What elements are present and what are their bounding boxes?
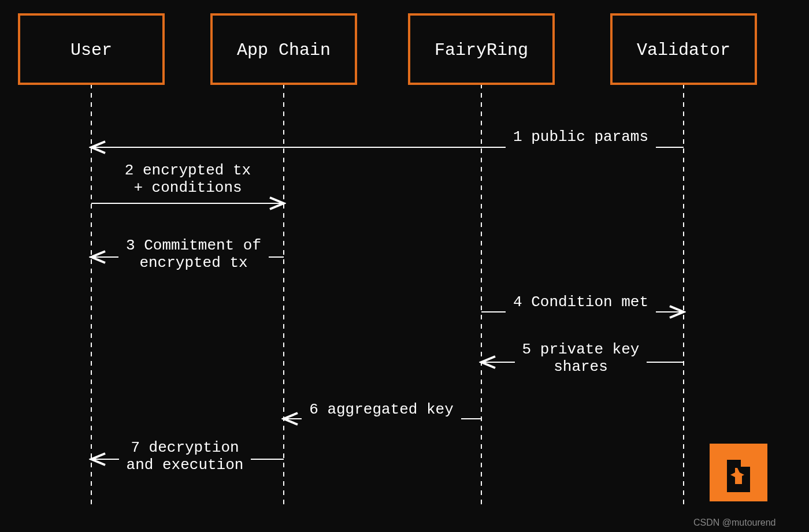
msg4-label: 4 Condition met [513,293,648,311]
actor-label-fairyring: FairyRing [435,40,528,60]
msg3-label: 3 Commitment ofencrypted tx [126,237,261,271]
sequence-diagram: UserApp ChainFairyRingValidator1 public … [0,0,809,532]
watermark-text: CSDN @mutourend [693,518,776,527]
actor-label-validator: Validator [637,40,730,60]
actor-label-appchain: App Chain [237,40,331,60]
msg2-label: 2 encrypted tx+ conditions [125,162,251,196]
msg7-label: 7 decryptionand execution [127,439,244,474]
msg1-label: 1 public params [513,128,648,146]
msg6-label: 6 aggregated key [309,401,454,418]
actor-label-user: User [70,40,112,60]
